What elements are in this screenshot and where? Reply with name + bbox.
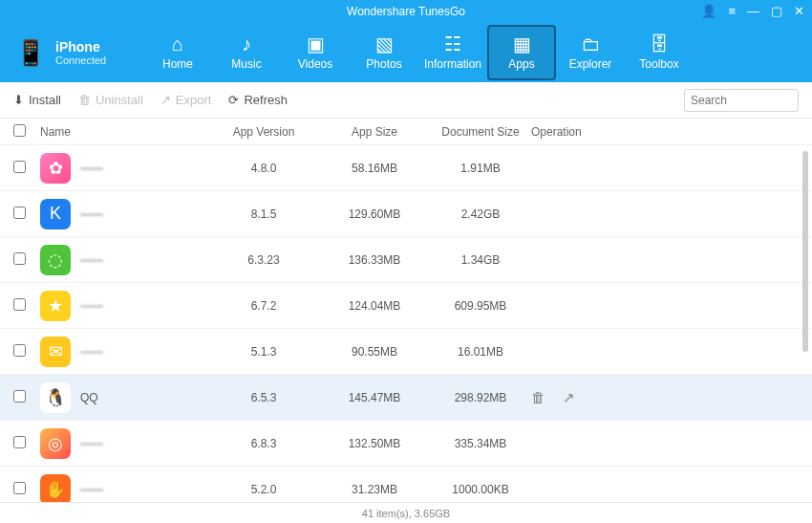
app-name: —— [80, 207, 103, 221]
row-checkbox[interactable] [13, 252, 26, 265]
scroll-thumb[interactable] [802, 151, 808, 352]
maximize-icon[interactable]: ▢ [771, 4, 782, 18]
search-box[interactable]: 🔍 [684, 89, 799, 112]
row-checkbox[interactable] [13, 436, 26, 448]
app-version: 6.5.3 [208, 391, 319, 404]
close-icon[interactable]: ✕ [794, 4, 804, 18]
minimize-icon[interactable]: — [747, 4, 759, 18]
app-icon: ✋ [40, 474, 71, 503]
select-all-checkbox[interactable] [13, 124, 26, 137]
tab-label: Photos [366, 57, 401, 71]
tab-label: Videos [298, 57, 332, 71]
information-icon: ☷ [444, 34, 461, 54]
app-version: 8.1.5 [208, 207, 319, 221]
uninstall-button[interactable]: 🗑Uninstall [78, 93, 143, 107]
tab-label: Explorer [569, 57, 612, 71]
install-icon: ⬇ [13, 93, 24, 107]
videos-icon: ▣ [307, 34, 325, 54]
scrollbar[interactable] [802, 151, 808, 496]
status-bar: 41 item(s), 3.65GB [0, 502, 812, 523]
row-operations: 🗑↗ [531, 389, 655, 406]
doc-size: 609.95MB [430, 299, 531, 313]
tab-label: Information [424, 57, 481, 71]
app-name: —— [80, 253, 103, 267]
row-checkbox[interactable] [13, 482, 26, 494]
device-panel[interactable]: 📱 iPhone Connected [0, 38, 143, 68]
music-icon: ♪ [242, 34, 251, 54]
doc-size: 1.91MB [430, 162, 531, 175]
window-title: Wondershare TunesGo [0, 5, 812, 18]
share-icon[interactable]: ↗ [563, 389, 575, 406]
tab-explorer[interactable]: 🗀Explorer [556, 23, 625, 82]
app-icon: ★ [40, 291, 71, 321]
table-row[interactable]: ✿——4.8.058.16MB1.91MB [0, 145, 812, 191]
table-row[interactable]: ◌——6.3.23136.33MB1.34GB [0, 237, 812, 283]
device-name: iPhone [55, 39, 106, 54]
row-checkbox[interactable] [13, 207, 26, 219]
install-button[interactable]: ⬇Install [13, 93, 61, 107]
app-version: 5.1.3 [208, 345, 319, 359]
app-size: 136.33MB [319, 253, 430, 267]
phone-icon: 📱 [15, 38, 46, 68]
doc-size: 335.34MB [430, 437, 531, 450]
app-size: 129.60MB [319, 207, 430, 221]
row-checkbox[interactable] [13, 298, 26, 311]
tab-label: Home [162, 57, 193, 71]
tab-home[interactable]: ⌂Home [143, 23, 212, 82]
tab-apps[interactable]: ▦Apps [487, 25, 556, 80]
tab-label: Toolbox [639, 57, 678, 71]
tab-label: Apps [508, 57, 534, 71]
app-size: 132.50MB [319, 437, 430, 450]
col-operation: Operation [531, 125, 655, 139]
refresh-icon: ⟳ [228, 93, 239, 107]
search-input[interactable] [691, 94, 812, 107]
col-docsize[interactable]: Document Size [430, 125, 531, 139]
doc-size: 298.92MB [430, 391, 531, 404]
app-icon: ◎ [40, 428, 71, 459]
app-version: 6.7.2 [208, 299, 319, 313]
app-icon: ◌ [40, 245, 71, 275]
row-checkbox[interactable] [13, 161, 26, 173]
app-version: 6.8.3 [208, 437, 319, 450]
export-button[interactable]: ↗Export [160, 93, 212, 107]
row-checkbox[interactable] [13, 344, 26, 357]
menu-icon[interactable]: ≡ [728, 4, 736, 18]
app-size: 31.23MB [319, 483, 430, 496]
app-size: 58.16MB [319, 162, 430, 175]
table-row[interactable]: ✉——5.1.390.55MB16.01MB [0, 329, 812, 375]
export-icon: ↗ [160, 93, 171, 107]
table-row[interactable]: ★——6.7.2124.04MB609.95MB [0, 283, 812, 329]
doc-size: 1000.00KB [430, 483, 531, 496]
tab-label: Music [231, 57, 261, 71]
table-row[interactable]: ✋——5.2.031.23MB1000.00KB [0, 467, 812, 502]
app-size: 90.55MB [319, 345, 430, 359]
table-row[interactable]: ◎——6.8.3132.50MB335.34MB [0, 421, 812, 467]
delete-icon[interactable]: 🗑 [531, 389, 545, 406]
tab-music[interactable]: ♪Music [212, 23, 281, 82]
col-version[interactable]: App Version [208, 125, 319, 139]
tab-information[interactable]: ☷Information [418, 23, 487, 82]
tab-toolbox[interactable]: 🗄Toolbox [625, 23, 694, 82]
user-icon[interactable]: 👤 [701, 4, 716, 18]
row-checkbox[interactable] [13, 390, 26, 403]
app-name: —— [80, 483, 103, 496]
app-name: QQ [80, 391, 98, 404]
app-icon: ✿ [40, 153, 71, 184]
doc-size: 16.01MB [430, 345, 531, 359]
doc-size: 2.42GB [430, 207, 531, 221]
app-version: 5.2.0 [208, 483, 319, 496]
col-size[interactable]: App Size [319, 125, 430, 139]
tab-videos[interactable]: ▣Videos [281, 23, 350, 82]
app-size: 124.04MB [319, 299, 430, 313]
app-version: 6.3.23 [208, 253, 319, 267]
tab-photos[interactable]: ▧Photos [350, 23, 418, 82]
refresh-button[interactable]: ⟳Refresh [228, 93, 288, 107]
table-row[interactable]: K——8.1.5129.60MB2.42GB [0, 191, 812, 237]
table-row[interactable]: 🐧QQ6.5.3145.47MB298.92MB🗑↗ [0, 375, 812, 421]
toolbox-icon: 🗄 [650, 34, 669, 54]
home-icon: ⌂ [172, 34, 183, 54]
apps-icon: ▦ [513, 34, 531, 54]
uninstall-icon: 🗑 [78, 93, 91, 107]
app-name: —— [80, 437, 103, 450]
col-name[interactable]: Name [40, 125, 208, 139]
